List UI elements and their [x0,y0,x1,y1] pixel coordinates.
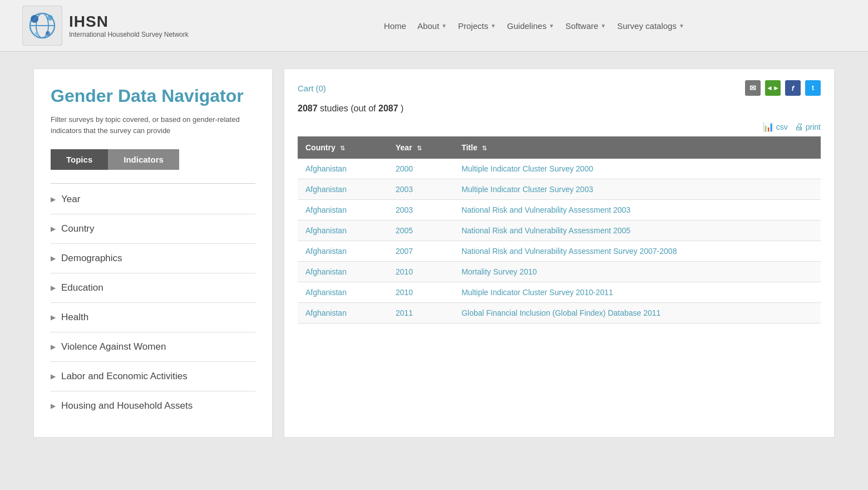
main-nav: Home About ▼ Projects ▼ Guidelines ▼ Sof… [223,21,846,31]
cell-year: 2005 [388,220,453,241]
svg-point-5 [47,15,53,21]
education-arrow-icon: ▶ [51,284,56,292]
cell-title[interactable]: Mortality Survey 2010 [453,262,821,282]
table-body: Afghanistan2000Multiple Indicator Cluste… [298,159,821,324]
cell-country[interactable]: Afghanistan [298,179,388,200]
cell-title[interactable]: Multiple Indicator Cluster Survey 2010-2… [453,282,821,303]
violence-arrow-icon: ▶ [51,343,56,351]
labor-arrow-icon: ▶ [51,373,56,380]
nav-about[interactable]: About ▼ [417,21,447,31]
studies-total-number: 2087 [378,104,398,113]
country-arrow-icon: ▶ [51,225,56,233]
cell-title[interactable]: Multiple Indicator Cluster Survey 2003 [453,179,821,200]
table-row: Afghanistan2011Global Financial Inclusio… [298,303,821,324]
col-country[interactable]: Country ⇅ [298,136,388,159]
filter-violence-label: Violence Against Women [61,341,166,352]
cell-title[interactable]: National Risk and Vulnerability Assessme… [453,241,821,262]
facebook-share-button[interactable]: f [785,80,801,96]
nav-home[interactable]: Home [384,21,406,31]
filter-education[interactable]: ▶ Education [51,273,255,303]
year-sort-icon: ⇅ [417,145,422,151]
right-panel: Cart (0) ✉ ◄► f t 2087 studies (out of 2… [284,68,835,438]
demographics-arrow-icon: ▶ [51,254,56,262]
cell-title[interactable]: National Risk and Vulnerability Assessme… [453,220,821,241]
tab-buttons: Topics Indicators [51,149,255,170]
print-icon: 🖨 [795,122,803,132]
tab-topics[interactable]: Topics [51,149,108,170]
left-panel: Gender Data Navigator Filter surveys by … [33,68,273,438]
logo-text: IHSN International Household Survey Netw… [69,13,189,38]
nav-survey-catalogs[interactable]: Survey catalogs ▼ [617,21,684,31]
cell-year: 2010 [388,282,453,303]
logo-title: IHSN [69,13,189,31]
print-label: print [806,122,821,131]
table-row: Afghanistan2003Multiple Indicator Cluste… [298,179,821,200]
twitter-share-button[interactable]: t [805,80,821,96]
table-wrapper: Country ⇅ Year ⇅ Title ⇅ [298,136,821,324]
share-icons-group: ✉ ◄► f t [745,80,821,96]
cell-country[interactable]: Afghanistan [298,282,388,303]
cart-link[interactable]: Cart (0) [298,84,326,93]
cell-country[interactable]: Afghanistan [298,241,388,262]
col-title-label: Title [461,143,477,152]
surveys-table: Country ⇅ Year ⇅ Title ⇅ [298,136,821,324]
svg-point-6 [46,31,50,36]
filter-labor[interactable]: ▶ Labor and Economic Activities [51,362,255,391]
cell-country[interactable]: Afghanistan [298,262,388,282]
filter-housing-label: Housing and Household Assets [61,400,193,411]
csv-export-link[interactable]: 📊 csv [763,121,788,132]
nav-projects[interactable]: Projects ▼ [458,21,496,31]
col-year[interactable]: Year ⇅ [388,136,453,159]
filter-labor-label: Labor and Economic Activities [61,371,188,382]
filter-health-label: Health [61,312,88,323]
filter-country-label: Country [61,223,95,234]
logo-area: IHSN International Household Survey Netw… [22,6,200,46]
generic-share-button[interactable]: ◄► [765,80,781,96]
survey-catalogs-arrow-icon: ▼ [679,23,684,29]
table-header: Country ⇅ Year ⇅ Title ⇅ [298,136,821,159]
nav-software[interactable]: Software ▼ [565,21,606,31]
studies-count: 2087 studies (out of 2087 ) [298,104,821,114]
cell-country[interactable]: Afghanistan [298,303,388,324]
main-content: Gender Data Navigator Filter surveys by … [33,68,835,438]
filter-demographics[interactable]: ▶ Demographics [51,244,255,273]
filter-health[interactable]: ▶ Health [51,303,255,332]
cell-title[interactable]: National Risk and Vulnerability Assessme… [453,200,821,220]
cell-year: 2003 [388,179,453,200]
software-arrow-icon: ▼ [600,23,606,29]
divider [51,183,255,184]
col-year-label: Year [396,143,412,152]
table-row: Afghanistan2010Multiple Indicator Cluste… [298,282,821,303]
health-arrow-icon: ▶ [51,313,56,321]
print-link[interactable]: 🖨 print [795,122,821,132]
filter-violence[interactable]: ▶ Violence Against Women [51,332,255,362]
filter-country[interactable]: ▶ Country [51,214,255,244]
studies-text: studies (out of [320,104,378,113]
guidelines-arrow-icon: ▼ [549,23,554,29]
filter-education-label: Education [61,282,103,293]
cell-title[interactable]: Multiple Indicator Cluster Survey 2000 [453,159,821,179]
filter-year[interactable]: ▶ Year [51,185,255,214]
csv-label: csv [776,122,788,131]
cell-country[interactable]: Afghanistan [298,159,388,179]
table-row: Afghanistan2007National Risk and Vulnera… [298,241,821,262]
housing-arrow-icon: ▶ [51,402,56,410]
right-top-bar: Cart (0) ✉ ◄► f t [298,80,821,96]
export-row: 📊 csv 🖨 print [298,121,821,132]
about-arrow-icon: ▼ [441,23,447,29]
col-country-label: Country [305,143,336,152]
cell-country[interactable]: Afghanistan [298,220,388,241]
tab-indicators[interactable]: Indicators [108,149,179,170]
filter-housing[interactable]: ▶ Housing and Household Assets [51,391,255,420]
cell-country[interactable]: Afghanistan [298,200,388,220]
nav-guidelines[interactable]: Guidelines ▼ [507,21,554,31]
cell-title[interactable]: Global Financial Inclusion (Global Finde… [453,303,821,324]
table-row: Afghanistan2000Multiple Indicator Cluste… [298,159,821,179]
filter-year-label: Year [61,194,80,205]
title-sort-icon: ⇅ [482,145,487,151]
projects-arrow-icon: ▼ [490,23,496,29]
country-sort-icon: ⇅ [340,145,345,151]
cell-year: 2000 [388,159,453,179]
col-title[interactable]: Title ⇅ [453,136,821,159]
email-share-button[interactable]: ✉ [745,80,761,96]
